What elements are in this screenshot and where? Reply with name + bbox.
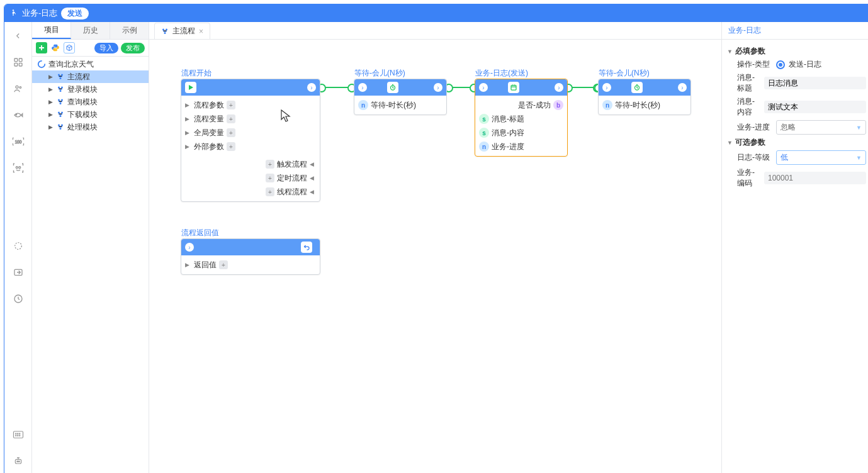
svg-point-26 (60, 77, 62, 79)
cube-icon[interactable] (64, 42, 75, 53)
out-port-icon[interactable]: › (678, 83, 687, 92)
node-header[interactable]: › (181, 239, 320, 255)
import-icon[interactable] (12, 266, 25, 279)
node-param-row[interactable]: s消息-内容 (479, 126, 563, 140)
tree-item-main[interactable]: ▶ 主流程 (32, 70, 149, 83)
tab-examples[interactable]: 示例 (110, 22, 149, 39)
node-wait-1[interactable]: 等待-会儿(N秒) › › n等待-时长(秒) (354, 79, 447, 115)
collapse-icon[interactable] (12, 30, 25, 42)
users-icon[interactable] (12, 82, 25, 95)
node-row[interactable]: ▶返回值+ (185, 258, 316, 272)
node-header[interactable]: › › (354, 79, 446, 96)
in-port-icon[interactable]: › (479, 83, 488, 92)
grid-icon[interactable] (12, 56, 25, 69)
node-param-row[interactable]: n业务-进度 (479, 140, 563, 153)
plus-icon[interactable]: + (266, 187, 274, 196)
chevron-right-icon: ▶ (47, 74, 54, 80)
tree-item-download[interactable]: ▶ 下载模块 (32, 108, 149, 121)
prop-biz-code: 业务-编码 (737, 167, 866, 189)
node-row[interactable]: +触发流程◀ (185, 157, 316, 171)
log-level-select[interactable]: 低▼ (776, 150, 866, 165)
node-log[interactable]: 业务-日志(发送) › › 是否-成功b s消息-标题 s消息-内容 n业务-进… (475, 79, 568, 157)
plus-icon[interactable]: + (266, 160, 274, 169)
node-wait-2[interactable]: 等待-会儿(N秒) › › n等待-时长(秒) (598, 79, 691, 115)
tree-item-query[interactable]: ▶ 查询模块 (32, 96, 149, 108)
plus-icon[interactable]: + (227, 101, 235, 109)
project-tree: 查询北京天气 ▶ 主流程 ▶ 登录模块 ▶ 查询模块 (32, 57, 149, 135)
plus-icon[interactable]: + (227, 128, 235, 137)
tree-item-process[interactable]: ▶ 处理模块 (32, 121, 149, 133)
node-param-row[interactable]: n等待-时长(秒) (358, 98, 442, 112)
out-port-icon[interactable]: › (434, 83, 442, 92)
keyboard-icon[interactable] (12, 428, 25, 441)
in-port-icon[interactable]: › (602, 83, 611, 92)
progress-select[interactable]: 忽略▼ (776, 120, 866, 135)
out-port-icon[interactable]: › (555, 83, 563, 92)
in-port-icon[interactable]: › (185, 243, 194, 252)
flow-icon (161, 28, 169, 35)
close-icon[interactable]: × (199, 27, 203, 36)
svg-point-0 (13, 9, 14, 11)
add-button[interactable] (36, 42, 47, 53)
optional-section-header[interactable]: ▼可选参数 (727, 137, 866, 148)
node-title: 业务-日志(发送) (475, 68, 528, 79)
msg-title-input[interactable] (764, 77, 866, 89)
node-header[interactable]: › › (599, 79, 690, 96)
node-header[interactable]: › (181, 79, 320, 96)
tree-item-login[interactable]: ▶ 登录模块 (32, 83, 149, 96)
radio-checked-icon[interactable] (776, 60, 785, 69)
biz-code-input[interactable] (764, 172, 866, 184)
node-row[interactable]: +线程流程◀ (185, 185, 316, 199)
prop-msg-title: 消息-标题 (737, 72, 866, 94)
node-row[interactable]: ▶全局变量+ (185, 126, 316, 140)
plus-icon[interactable]: + (227, 142, 235, 151)
node-row[interactable]: ▶流程参数+ (185, 98, 316, 112)
fish-icon[interactable] (12, 109, 25, 121)
svg-point-31 (61, 99, 63, 101)
in-port-icon[interactable]: › (358, 83, 367, 92)
tab-project[interactable]: 项目 (32, 22, 71, 39)
required-section-header[interactable]: ▼必填参数 (727, 46, 866, 57)
svg-rect-4 (19, 63, 22, 66)
node-header[interactable]: › › (475, 79, 567, 96)
flow-icon (56, 110, 65, 119)
svg-point-10 (18, 167, 20, 169)
chevron-right-icon: ▶ (47, 124, 54, 130)
plus-icon[interactable]: + (219, 260, 228, 269)
node-row[interactable]: ▶外部参数+ (185, 140, 316, 153)
doc-tab-main[interactable]: 主流程 × (154, 23, 210, 39)
canvas[interactable]: 流程开始 › ▶流程参数+ ▶流程变量+ ▶全局变量+ ▶外部参数+ +触发流程… (149, 40, 721, 473)
out-port-icon[interactable]: › (307, 83, 316, 92)
scan-icon[interactable] (12, 162, 25, 174)
tree-item-label: 下载模块 (67, 109, 98, 120)
hundred-icon[interactable]: 100 (12, 135, 25, 148)
python-icon[interactable] (50, 42, 61, 53)
node-out-row[interactable]: 是否-成功b (479, 98, 563, 112)
svg-point-19 (17, 435, 18, 436)
import-pill[interactable]: 导入 (94, 43, 118, 53)
node-start[interactable]: 流程开始 › ▶流程参数+ ▶流程变量+ ▶全局变量+ ▶外部参数+ +触发流程… (181, 79, 320, 202)
robot-icon[interactable] (12, 455, 25, 467)
flow-icon (56, 85, 65, 94)
svg-point-15 (15, 433, 16, 434)
node-row[interactable]: ▶流程变量+ (185, 112, 316, 126)
tree-root[interactable]: 查询北京天气 (32, 58, 149, 70)
node-param-row[interactable]: n等待-时长(秒) (602, 98, 687, 112)
node-return[interactable]: 流程返回值 › ▶返回值+ (181, 238, 320, 275)
publish-pill[interactable]: 发布 (121, 43, 145, 53)
prop-msg-content: 消息-内容 (737, 96, 866, 118)
number-badge: n (602, 100, 612, 110)
node-param-row[interactable]: s消息-标题 (479, 112, 563, 126)
plus-icon[interactable]: + (227, 114, 235, 123)
svg-point-17 (19, 433, 20, 434)
msg-content-input[interactable] (764, 101, 866, 113)
svg-rect-14 (13, 431, 23, 438)
sidebar-toolbar: 导入 发布 (32, 40, 149, 57)
svg-point-29 (60, 90, 62, 92)
svg-point-37 (61, 125, 63, 126)
clock-icon[interactable] (12, 292, 25, 305)
node-row[interactable]: +定时流程◀ (185, 171, 316, 185)
plus-icon[interactable]: + (266, 174, 274, 182)
loading-icon[interactable] (12, 240, 25, 252)
tab-history[interactable]: 历史 (71, 22, 110, 39)
